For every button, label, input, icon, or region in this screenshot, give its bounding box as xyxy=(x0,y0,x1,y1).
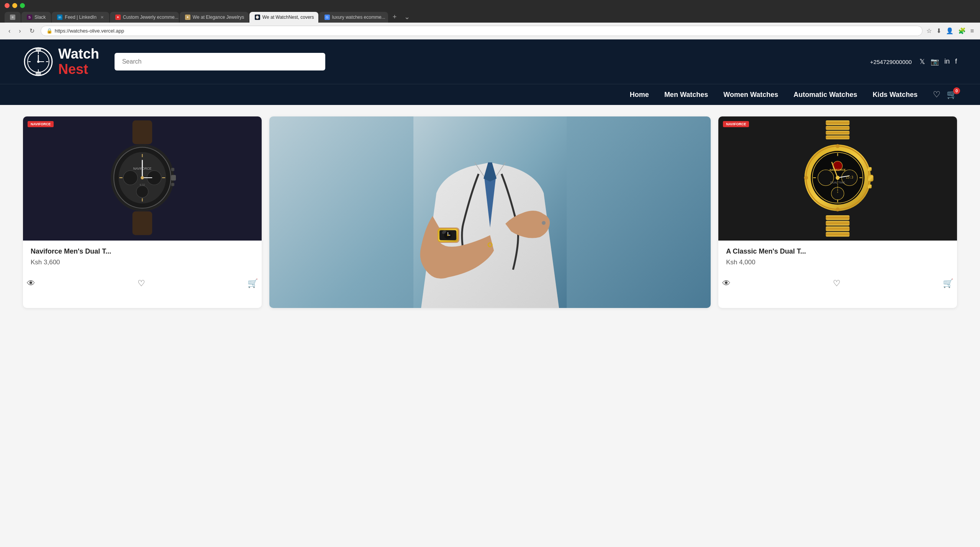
svg-rect-50 xyxy=(826,232,850,236)
hero-illustration-svg xyxy=(269,116,711,308)
svg-point-39 xyxy=(447,234,449,236)
close-tab-icon[interactable]: ✕ xyxy=(318,15,318,20)
svg-rect-12 xyxy=(133,120,152,144)
tab-label: We at Elegance Jewelrys xyxy=(193,15,244,20)
close-tab-icon[interactable]: ✕ xyxy=(100,15,104,20)
tab-slack[interactable]: S Slack xyxy=(21,12,51,23)
wishlist-icon[interactable]: ♡ xyxy=(933,90,941,100)
site-nav: Home Men Watches Women Watches Automatic… xyxy=(0,84,980,105)
site-header: Watch Nest +254729000000 𝕏 📷 in f xyxy=(0,39,980,84)
svg-rect-27 xyxy=(171,175,176,180)
url-bar[interactable]: 🔒 https://watches-olive.vercel.app xyxy=(41,26,923,36)
product-title-2: A Classic Men's Dual T... xyxy=(726,247,949,255)
twitter-icon[interactable]: 𝕏 xyxy=(919,57,925,66)
svg-rect-73 xyxy=(868,185,872,188)
svg-text:DUAL TIME: DUAL TIME xyxy=(831,181,845,184)
nav-women-watches[interactable]: Women Watches xyxy=(723,91,778,99)
site-logo[interactable]: Watch Nest xyxy=(23,46,99,77)
product-price-1: Ksh 3,600 xyxy=(31,259,254,266)
hero-image-card xyxy=(269,116,711,308)
google-tab-icon: G xyxy=(324,15,330,20)
menu-icon[interactable]: ≡ xyxy=(970,28,974,34)
svg-rect-48 xyxy=(826,221,850,226)
cart-icon[interactable]: 🛒 0 xyxy=(947,90,957,100)
forward-button[interactable]: › xyxy=(16,27,23,35)
svg-rect-13 xyxy=(133,211,152,235)
nav-kids-watches[interactable]: Kids Watches xyxy=(873,91,918,99)
products-grid: NAVIFORCE xyxy=(23,116,957,308)
svg-point-26 xyxy=(141,176,144,179)
social-icons: 𝕏 📷 in f xyxy=(919,57,957,66)
maximize-window-button[interactable] xyxy=(20,3,25,8)
security-icon: 🔒 xyxy=(46,28,52,34)
view-icon-2[interactable]: 👁 xyxy=(722,278,731,288)
tab-icon: ≡ xyxy=(10,15,15,20)
tab-label: Custom Jewerly ecomme... xyxy=(123,15,179,20)
reload-button[interactable]: ↻ xyxy=(27,26,37,35)
svg-rect-44 xyxy=(826,126,850,130)
logo-watch: Watch xyxy=(58,46,99,62)
naviforce-badge-2: NAVIFORCE xyxy=(723,121,749,127)
tab-list-icon[interactable]: ≡ xyxy=(5,12,21,23)
product-card-body-1: Naviforce Men's Dual T... Ksh 3,600 xyxy=(23,241,262,278)
add-to-cart-icon-1[interactable]: 🛒 xyxy=(247,278,258,288)
cart-badge: 0 xyxy=(953,87,960,94)
nav-home[interactable]: Home xyxy=(630,91,649,99)
nav-men-watches[interactable]: Men Watches xyxy=(664,91,708,99)
svg-rect-29 xyxy=(171,183,174,186)
svg-point-17 xyxy=(123,170,138,185)
svg-text:NAVIFORCE: NAVIFORCE xyxy=(133,167,152,170)
extensions-icon[interactable]: 🧩 xyxy=(958,27,966,34)
tab-watchnest[interactable]: ⌚ We at WatchNest, covers ✕ xyxy=(249,12,318,23)
tab-luxury[interactable]: G luxury watches ecomme... ✕ xyxy=(319,12,388,23)
site-main: NAVIFORCE xyxy=(0,105,980,319)
minimize-window-button[interactable] xyxy=(12,3,17,8)
download-icon[interactable]: ⬇ xyxy=(936,27,941,34)
logo-text: Watch Nest xyxy=(58,46,99,77)
add-to-cart-icon-2[interactable]: 🛒 xyxy=(943,278,953,288)
product-card-2: NAVIFORCE xyxy=(718,116,957,308)
tab-elegance[interactable]: ✦ We at Elegance Jewelrys ✕ xyxy=(180,12,249,23)
watch-image-1: NAVIFORCE 6:32 xyxy=(23,116,262,239)
instagram-icon[interactable]: 📷 xyxy=(931,57,939,66)
logo-icon xyxy=(23,46,54,77)
close-window-button[interactable] xyxy=(5,3,10,8)
facebook-icon[interactable]: f xyxy=(955,57,957,66)
svg-text:6:32: 6:32 xyxy=(139,183,145,187)
linkedin-icon[interactable]: in xyxy=(944,57,950,66)
tab-custom-jewelry[interactable]: ✦ Custom Jewerly ecomme... ✕ xyxy=(110,12,179,23)
profile-icon[interactable]: 👤 xyxy=(946,27,954,34)
new-tab-button[interactable]: + xyxy=(389,11,401,23)
linkedin-icon: in xyxy=(57,15,62,20)
svg-point-42 xyxy=(542,221,546,225)
tab-label: Feed | LinkedIn xyxy=(65,15,97,20)
tab-label: luxury watches ecomme... xyxy=(332,15,385,20)
close-tab-icon[interactable]: ✕ xyxy=(248,15,248,20)
search-input[interactable] xyxy=(115,53,325,70)
naviforce-badge-1: NAVIFORCE xyxy=(28,121,54,127)
product-actions-1: 👁 ♡ 🛒 xyxy=(23,278,262,295)
jewelry-tab-icon: ✦ xyxy=(115,15,121,20)
product-title-1: Naviforce Men's Dual T... xyxy=(31,247,254,255)
product-image-wrapper-2: NAVIFORCE xyxy=(718,116,957,241)
product-price-2: Ksh 4,000 xyxy=(726,259,949,266)
back-button[interactable]: ‹ xyxy=(6,27,13,35)
logo-nest: Nest xyxy=(58,62,99,77)
hero-image-wrapper xyxy=(269,116,711,308)
svg-rect-28 xyxy=(171,168,174,171)
tab-linkedin[interactable]: in Feed | LinkedIn ✕ xyxy=(52,12,109,23)
product-card-1: NAVIFORCE xyxy=(23,116,262,308)
bookmark-icon[interactable]: ☆ xyxy=(926,27,932,34)
wishlist-icon-2[interactable]: ♡ xyxy=(833,278,841,288)
tab-list-button[interactable]: ⌄ xyxy=(401,11,413,23)
browser-tabs: ≡ S Slack in Feed | LinkedIn ✕ ✦ Custom … xyxy=(5,11,975,23)
svg-text:NAVIFORCE: NAVIFORCE xyxy=(830,168,846,172)
svg-point-53 xyxy=(836,144,839,148)
svg-rect-43 xyxy=(826,120,850,125)
product-image-wrapper-1: NAVIFORCE xyxy=(23,116,262,241)
svg-point-54 xyxy=(836,207,839,211)
wishlist-icon-1[interactable]: ♡ xyxy=(138,278,145,288)
view-icon-1[interactable]: 👁 xyxy=(27,278,35,288)
nav-automatic-watches[interactable]: Automatic Watches xyxy=(793,91,857,99)
url-text: https://watches-olive.vercel.app xyxy=(55,28,124,34)
